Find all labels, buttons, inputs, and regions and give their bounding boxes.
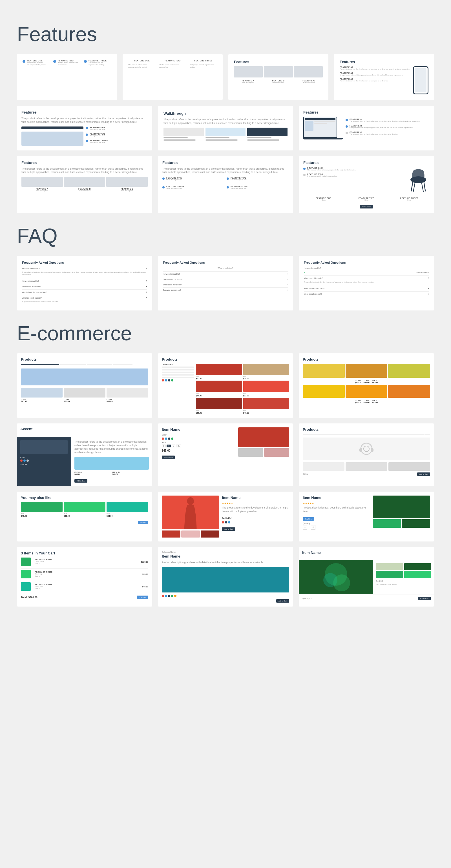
chevron-down-icon: ▾ — [428, 293, 429, 295]
item-dark-card: Item Name — [299, 547, 434, 607]
add-to-cart-button-2[interactable]: Add to Cart — [162, 456, 175, 459]
add-to-cart-button-5[interactable]: Add to Cart — [276, 599, 289, 602]
quantity-increase[interactable]: + — [311, 525, 315, 530]
products-accent-card: Accent Color Size: M The product refers … — [17, 424, 152, 486]
faq-question-2[interactable]: How customizable? ▾ — [22, 280, 147, 282]
feature-card-4: Features FEATURE A1 The product refers t… — [334, 54, 434, 100]
buy-now-button[interactable]: Buy Now — [303, 517, 314, 521]
headphones-img — [303, 437, 430, 460]
view-all-button[interactable]: View All — [138, 521, 148, 524]
chevron-down-icon: ▾ — [146, 291, 147, 293]
checkout-button[interactable]: Checkout — [137, 595, 148, 599]
feature-laptop-card: Features — [299, 106, 434, 150]
faq-card-2: Frequently Asked Questions What is inclu… — [158, 256, 293, 310]
svg-line-4 — [422, 183, 423, 192]
svg-rect-6 — [359, 448, 362, 452]
feature-three-desc: And people around experimental leading — [89, 62, 111, 66]
feature-bullet-icon — [53, 60, 56, 63]
svg-line-1 — [411, 183, 413, 191]
walkthrough-card: Walkthrough The product refers to the de… — [158, 106, 293, 150]
products-headphones-card: Products — [299, 424, 434, 486]
faq-question-4[interactable]: What about documentation? ▾ — [22, 291, 147, 293]
features-row1: FEATURE ONE The product refers to develo… — [17, 54, 434, 100]
features-label: Features — [234, 60, 323, 64]
learn-more-button[interactable]: Learn More — [360, 205, 373, 209]
walkthrough-title: Walkthrough — [163, 111, 288, 116]
feature-chair-card: Features FEATURE ONE The product refers … — [299, 156, 434, 213]
faq-question-10[interactable]: ✓ Documentation? — [304, 271, 429, 274]
features-row2: Features The product refers to the devel… — [17, 106, 434, 150]
laptop-base — [303, 138, 343, 140]
faq-question-12[interactable]: What about more FAQ? ▾ — [304, 287, 429, 290]
add-to-cart-button-1[interactable]: Add to Cart — [74, 479, 87, 483]
products-title-2: Products — [162, 357, 289, 362]
feature-2x3-card: Features The product refers to the devel… — [158, 156, 293, 213]
item-swatches-3 — [162, 595, 289, 597]
faq-question-1[interactable]: Where to download? ▾ — [22, 267, 147, 269]
svg-point-5 — [361, 443, 372, 455]
feature-label-2: FEATURE TWO — [159, 60, 186, 62]
chevron-down-icon: ▾ — [428, 287, 429, 290]
faq-question-3[interactable]: What does it include? ▾ — [22, 285, 147, 288]
faq-card-3: Frequently Asked Questions How customiza… — [299, 256, 434, 310]
item-detail-card-3: Item Name ★★★★★ Product description text… — [299, 492, 434, 541]
add-to-cart-button-6[interactable]: Add to Cart — [418, 597, 431, 600]
add-to-cart-button-3[interactable]: Add to Cart — [417, 472, 430, 476]
you-may-like-title: You may also like — [21, 496, 148, 500]
you-may-like-card: You may also like Item $45.00 Item $65.0… — [17, 492, 152, 541]
faq-question-9[interactable]: Can you support us? › — [163, 289, 288, 291]
quantity-decrease[interactable]: − — [303, 525, 307, 530]
add-to-cart-button-4[interactable]: Add to Cart — [222, 527, 235, 531]
chevron-down-icon: ▾ — [146, 285, 147, 288]
item-detail-card-1: Item Name Color Size S M L XL $45.00 Add… — [158, 424, 293, 486]
underwater-photo — [162, 567, 289, 592]
faq-question-6[interactable]: How customizable? › — [163, 273, 288, 275]
walkthrough-step-img-2 — [206, 128, 246, 136]
feature-bullet-icon — [162, 186, 164, 188]
accent-title: Accent — [20, 427, 149, 431]
features-label-6: Features — [162, 161, 289, 165]
feature-bullet-icon — [345, 125, 348, 128]
ecomm-row-4: 3 Items in Your Cart PRODUCT NAME Color:… — [17, 547, 434, 607]
svg-point-12 — [333, 575, 350, 591]
feature-hero-img — [22, 131, 84, 146]
faq-heading: FAQ — [17, 224, 434, 247]
accent-sidebar: Color Size: M — [17, 437, 71, 486]
walkthrough-step-img-3 — [247, 128, 288, 136]
item-rating: ★★★★☆ — [222, 502, 289, 505]
feature-two-title: FEATURE TWO — [58, 60, 81, 62]
item-underwater-card: Category Name Item Name Product descript… — [158, 547, 293, 607]
features-label-3: Features — [22, 110, 148, 114]
feature-card-3: Features FEATURE AItem description FEATU… — [228, 54, 328, 100]
cart-item-1: PRODUCT NAME Color: Green Size: M $120.0… — [21, 558, 148, 566]
faq-question-8[interactable]: What does it include? › — [163, 284, 288, 286]
feature-label-1: FEATURE ONE — [128, 60, 156, 62]
feature-bullet-icon — [227, 178, 229, 180]
cart-item-2: PRODUCT NAME Color: Light Size: L $95.00 — [21, 570, 148, 578]
product-filter-sidebar: CATEGORIES — [162, 364, 194, 414]
features-label-2: Features — [340, 60, 428, 64]
products-hero-img — [21, 369, 148, 385]
faq-question-11[interactable]: What does it include? ▾ — [304, 277, 429, 279]
faq-question-7[interactable]: Documentation details › — [163, 278, 288, 280]
feature-card-1: FEATURE ONE The product refers to develo… — [17, 54, 117, 100]
features-label-5: Features — [22, 161, 148, 165]
products-title-4: Products — [303, 427, 430, 432]
cart-title: 3 Items in Your Cart — [21, 551, 148, 555]
feature-bullet-icon — [227, 186, 229, 188]
features-label-4: Features — [303, 110, 429, 114]
chair-illustration — [407, 167, 429, 192]
products-card-1: Products ITEM $45.00 ITEM — [17, 353, 152, 418]
faq-question-5[interactable]: Where does it support? ▾ — [22, 297, 147, 299]
feature-one-desc: The product refers to development of a p… — [27, 62, 50, 66]
chevron-icon: › — [288, 284, 288, 286]
feature-bullet-icon — [84, 60, 87, 63]
faq-question-13[interactable]: More about support? ▾ — [304, 293, 429, 295]
faq-card-1: Frequently Asked Questions Where to down… — [17, 256, 152, 310]
item-color-swatches-2 — [222, 521, 289, 523]
item-color-swatches-1 — [162, 437, 235, 440]
ecomm-row-3: You may also like Item $45.00 Item $65.0… — [17, 492, 434, 541]
faq-title-2: Frequently Asked Questions — [163, 261, 288, 264]
feature-bullet-icon — [303, 167, 305, 170]
feature-bullet-icon — [345, 119, 348, 121]
